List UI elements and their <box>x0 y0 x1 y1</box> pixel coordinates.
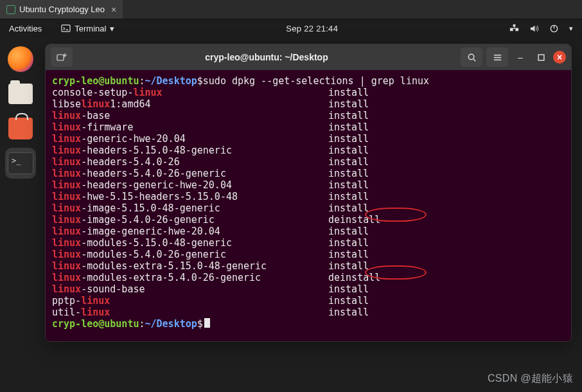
output-line: linux-firmware install <box>52 121 565 133</box>
output-line: linux-image-generic-hwe-20.04 install <box>52 226 565 237</box>
system-status-area[interactable]: ▾ <box>509 24 573 33</box>
new-tab-icon <box>57 53 67 62</box>
menu-button[interactable] <box>486 48 508 67</box>
firefox-icon <box>8 46 33 72</box>
files-icon <box>8 84 33 104</box>
terminal-title: cryp-leo@ubuntu: ~/Desktop <box>78 52 455 62</box>
terminal-window: cryp-leo@ubuntu: ~/Desktop – × cryp-leo@… <box>45 44 572 342</box>
vm-tab[interactable]: Ubuntu Cryptology Leo × <box>0 0 123 19</box>
cursor <box>204 318 210 328</box>
svg-rect-0 <box>62 24 70 31</box>
maximize-icon <box>538 54 545 61</box>
gnome-topbar: Activities Terminal ▾ Sep 22 21:44 ▾ <box>0 19 582 37</box>
svg-rect-3 <box>513 24 516 26</box>
clock[interactable]: Sep 22 21:44 <box>114 24 509 33</box>
output-line: console-setup-linux install <box>52 87 565 98</box>
svg-point-6 <box>468 54 473 59</box>
output-line: linux-modules-5.15.0-48-generic install <box>52 237 565 249</box>
search-icon <box>467 53 477 62</box>
output-line: linux-modules-5.4.0-26-generic install <box>52 249 565 260</box>
output-line: linux-image-5.15.0-48-generic install <box>52 202 565 214</box>
new-tab-button[interactable] <box>51 48 73 67</box>
output-line: util-linux install <box>52 307 565 318</box>
terminal-titlebar: cryp-leo@ubuntu: ~/Desktop – × <box>46 44 571 70</box>
dock <box>0 37 41 392</box>
output-line: linux-hwe-5.15-headers-5.15.0-48 install <box>52 191 565 202</box>
terminal-icon <box>8 152 33 174</box>
hamburger-icon <box>493 53 502 62</box>
shopping-bag-icon <box>8 118 33 139</box>
output-line: linux-modules-extra-5.4.0-26-generic dei… <box>52 272 565 283</box>
minimize-icon: – <box>518 52 523 62</box>
terminal-body[interactable]: cryp-leo@ubuntu:~/Desktop$ sudo dpkg --g… <box>46 70 571 341</box>
app-menu-label: Terminal <box>75 24 106 33</box>
close-icon: × <box>557 52 562 62</box>
activities-button[interactable]: Activities <box>9 24 42 33</box>
output-line: libselinux1:amd64 install <box>52 98 565 110</box>
app-menu[interactable]: Terminal ▾ <box>61 24 114 33</box>
chevron-down-icon: ▾ <box>110 24 114 33</box>
vm-tab-title: Ubuntu Cryptology Leo <box>19 4 105 14</box>
dock-files[interactable] <box>5 78 36 109</box>
close-icon[interactable]: × <box>109 4 116 15</box>
volume-icon <box>529 24 539 33</box>
vm-icon <box>6 5 15 14</box>
power-icon <box>549 24 559 33</box>
network-icon <box>509 24 519 33</box>
dock-firefox[interactable] <box>5 44 36 75</box>
search-button[interactable] <box>461 48 482 67</box>
dock-software[interactable] <box>5 113 36 144</box>
svg-rect-5 <box>57 55 64 60</box>
output-line: linux-sound-base install <box>52 283 565 295</box>
output-line: linux-modules-extra-5.15.0-48-generic in… <box>52 260 565 272</box>
close-button[interactable]: × <box>553 51 566 64</box>
terminal-icon <box>61 24 71 33</box>
output-line: pptp-linux install <box>52 295 565 307</box>
output-line: linux-base install <box>52 110 565 121</box>
output-line: linux-generic-hwe-20.04 install <box>52 133 565 145</box>
minimize-button[interactable]: – <box>512 49 529 66</box>
watermark: CSDN @超能小猿 <box>488 372 573 386</box>
output-line: linux-headers-5.4.0-26 install <box>52 156 565 168</box>
vm-tab-bar: Ubuntu Cryptology Leo × <box>0 0 582 19</box>
svg-rect-7 <box>538 55 544 60</box>
dock-terminal[interactable] <box>5 148 36 179</box>
output-line: linux-headers-5.4.0-26-generic install <box>52 168 565 179</box>
output-line: linux-headers-generic-hwe-20.04 install <box>52 179 565 191</box>
output-line: linux-headers-5.15.0-48-generic install <box>52 145 565 156</box>
chevron-down-icon: ▾ <box>569 24 573 33</box>
output-line: linux-image-5.4.0-26-generic deinstall <box>52 214 565 226</box>
maximize-button[interactable] <box>533 49 549 66</box>
